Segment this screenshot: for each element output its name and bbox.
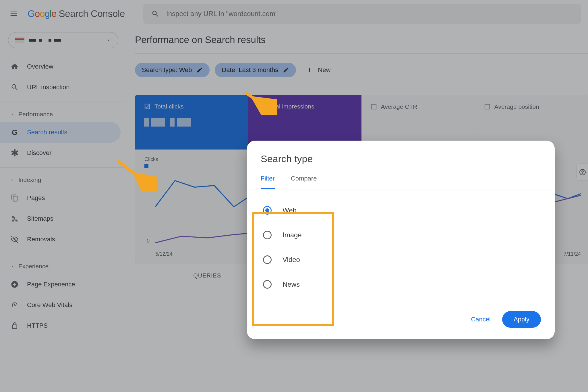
apply-button[interactable]: Apply	[502, 311, 541, 328]
search-type-dialog: Search type Filter Compare Web Image Vid…	[247, 141, 555, 339]
radio-option-web[interactable]: Web	[261, 198, 541, 223]
radio-unselected-icon	[263, 255, 272, 264]
radio-label: Image	[283, 231, 302, 239]
cancel-button[interactable]: Cancel	[469, 312, 493, 327]
dialog-tabs: Filter Compare	[247, 175, 555, 189]
radio-selected-icon	[263, 206, 272, 215]
search-type-options: Web Image Video News	[261, 189, 541, 305]
radio-label: Web	[283, 206, 297, 214]
radio-option-news[interactable]: News	[261, 272, 541, 297]
dialog-tab-filter[interactable]: Filter	[261, 175, 275, 189]
radio-label: Video	[283, 256, 300, 264]
dialog-title: Search type	[261, 153, 541, 164]
dialog-tab-compare[interactable]: Compare	[291, 175, 317, 189]
radio-label: News	[283, 280, 300, 288]
radio-option-image[interactable]: Image	[261, 223, 541, 247]
modal-overlay[interactable]: Search type Filter Compare Web Image Vid…	[0, 0, 588, 392]
radio-unselected-icon	[263, 231, 272, 239]
radio-option-video[interactable]: Video	[261, 247, 541, 272]
radio-unselected-icon	[263, 280, 272, 289]
